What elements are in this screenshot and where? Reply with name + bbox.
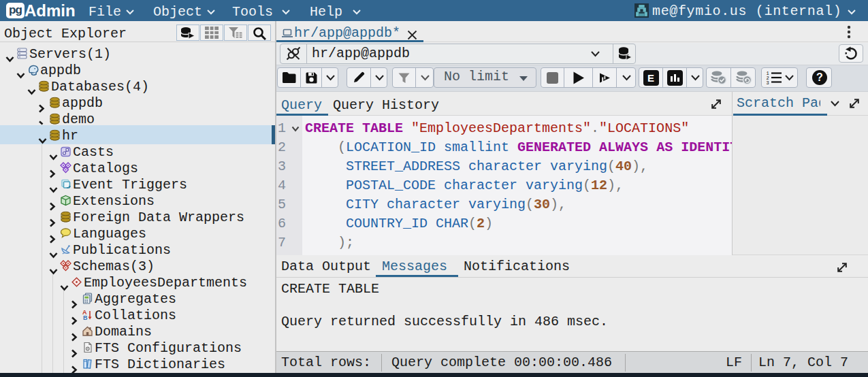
svg-text:3: 3 — [767, 80, 769, 84]
svg-text:B: B — [83, 314, 88, 321]
